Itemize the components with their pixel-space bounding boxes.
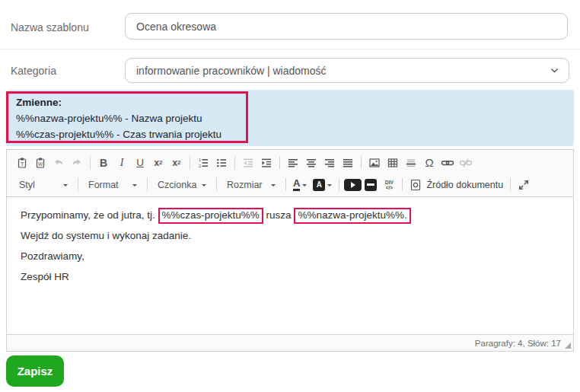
toolbar-row-1: T W — [13, 151, 567, 174]
word-count-status: Paragrafy: 4, Słów: 17 — [475, 339, 561, 348]
toolbar-separator — [361, 156, 362, 169]
background-color-icon: A — [313, 179, 325, 191]
bulleted-list-icon — [215, 157, 228, 169]
numbered-list-icon: 1 2 — [197, 157, 209, 169]
editor-status-bar: Paragrafy: 4, Słów: 17 — [7, 334, 573, 351]
chevron-down-icon — [327, 184, 332, 189]
maximize-button[interactable] — [515, 176, 533, 194]
align-left-icon — [287, 157, 299, 169]
link-button[interactable] — [438, 154, 457, 172]
decrease-indent-button[interactable] — [239, 154, 257, 172]
div-icon: DIV — [385, 180, 394, 185]
document-source-icon — [410, 179, 422, 191]
insert-image-button[interactable] — [365, 154, 384, 172]
superscript-button[interactable]: x2 — [167, 154, 186, 172]
text-color-icon: A — [293, 178, 300, 191]
justify-button[interactable] — [339, 154, 357, 172]
toolbar-separator — [510, 178, 511, 191]
special-character-button[interactable]: Ω — [420, 154, 438, 172]
toolbar-separator — [147, 178, 148, 191]
toolbar-separator — [90, 156, 91, 169]
category-label: Kategoria — [11, 65, 56, 77]
youtube-button[interactable] — [343, 176, 362, 194]
format-combo[interactable]: Format — [82, 176, 143, 194]
chevron-down-icon — [63, 184, 68, 189]
email-template-editor-page: Nazwa szablonu Kategoria informowanie pr… — [0, 0, 580, 392]
redo-button[interactable] — [68, 154, 86, 172]
subscript-button[interactable]: x2 — [149, 154, 167, 172]
superscript-mark: 2 — [177, 159, 180, 166]
document-source-label: Źródło dokumentu — [426, 180, 503, 190]
size-combo[interactable]: Rozmiar — [221, 176, 282, 194]
bulleted-list-button[interactable] — [212, 154, 231, 172]
subscript-base: x — [154, 158, 159, 168]
paragraph-text: rusza — [263, 209, 295, 221]
superscript-base: x — [172, 158, 177, 168]
text-color-button[interactable]: A — [290, 176, 310, 194]
content-paragraph: Zespół HR — [21, 269, 561, 285]
rich-text-editor: T W — [6, 149, 574, 352]
horizontal-rule-button[interactable] — [402, 154, 420, 172]
image-icon — [368, 157, 381, 169]
chevron-down-icon — [271, 184, 276, 189]
media-embed-button[interactable] — [362, 176, 380, 194]
paste-as-text-button[interactable]: T — [13, 154, 31, 172]
insert-table-button[interactable] — [384, 154, 402, 172]
format-combo-label: Format — [88, 180, 119, 190]
row-divider — [0, 49, 580, 49]
style-combo[interactable]: Styl — [13, 176, 74, 194]
unlink-button[interactable] — [457, 154, 475, 172]
increase-indent-button[interactable] — [257, 154, 276, 172]
align-left-button[interactable] — [284, 154, 302, 172]
unlink-icon — [459, 157, 473, 169]
paragraph-text: Przypominamy, że od jutra, tj. — [21, 209, 158, 221]
resize-handle[interactable] — [565, 343, 571, 349]
bold-button[interactable]: B — [94, 154, 113, 172]
category-select[interactable]: informowanie pracowników | wiadomość — [125, 58, 569, 83]
toolbar-separator — [78, 178, 78, 191]
toolbar-separator — [402, 178, 403, 191]
link-icon — [441, 157, 454, 169]
annotation-rectangle-nazwa-projektu: %%nazwa-projektu%%. — [294, 208, 410, 224]
toolbar-separator — [279, 156, 280, 169]
toolbar-row-2: Styl Format Czcionka Rozmiar — [13, 174, 567, 196]
variables-title: Zmienne: — [16, 94, 564, 110]
horizontal-rule-icon — [405, 157, 417, 169]
justify-icon — [342, 157, 354, 169]
align-center-button[interactable] — [302, 154, 320, 172]
table-icon — [387, 157, 399, 169]
subscript-mark: 2 — [159, 159, 162, 166]
undo-button[interactable] — [49, 154, 68, 172]
numbered-list-button[interactable]: 1 2 — [194, 154, 212, 172]
maximize-icon — [518, 179, 530, 191]
style-combo-label: Styl — [19, 180, 35, 190]
content-paragraph: Wejdź do systemu i wykonaj zadanie. — [21, 228, 561, 244]
toolbar-separator — [339, 178, 339, 191]
template-name-input[interactable] — [125, 13, 568, 40]
toolbar-separator — [285, 178, 286, 191]
content-paragraph: Przypominamy, że od jutra, tj. %%czas-pr… — [21, 208, 561, 224]
font-combo-label: Czcionka — [158, 180, 196, 190]
italic-button[interactable]: I — [113, 154, 131, 172]
chevron-down-icon — [550, 65, 559, 75]
redo-icon — [71, 157, 83, 169]
font-combo[interactable]: Czcionka — [151, 176, 212, 194]
toolbar-separator — [216, 178, 217, 191]
create-div-button[interactable]: DIV </> — [380, 176, 398, 194]
svg-text:W: W — [38, 161, 43, 167]
underline-button[interactable]: U — [131, 154, 149, 172]
paste-from-word-button[interactable]: W — [31, 154, 49, 172]
size-combo-label: Rozmiar — [227, 180, 263, 190]
align-right-icon — [323, 157, 336, 169]
variable-line: %%czas-projektu%% - Czas trwania projekt… — [16, 126, 564, 142]
chevron-down-icon — [132, 184, 137, 189]
save-button[interactable]: Zapisz — [6, 355, 64, 387]
variable-line: %%nazwa-projektu%% - Nazwa projektu — [16, 110, 564, 126]
media-icon — [365, 179, 377, 191]
editor-content-area[interactable]: Przypominamy, że od jutra, tj. %%czas-pr… — [7, 197, 573, 334]
document-source-button[interactable]: Źródło dokumentu — [406, 176, 506, 194]
toolbar-separator — [190, 156, 190, 169]
align-right-button[interactable] — [320, 154, 339, 172]
toolbar-separator — [234, 156, 235, 169]
background-color-button[interactable]: A — [310, 176, 335, 194]
